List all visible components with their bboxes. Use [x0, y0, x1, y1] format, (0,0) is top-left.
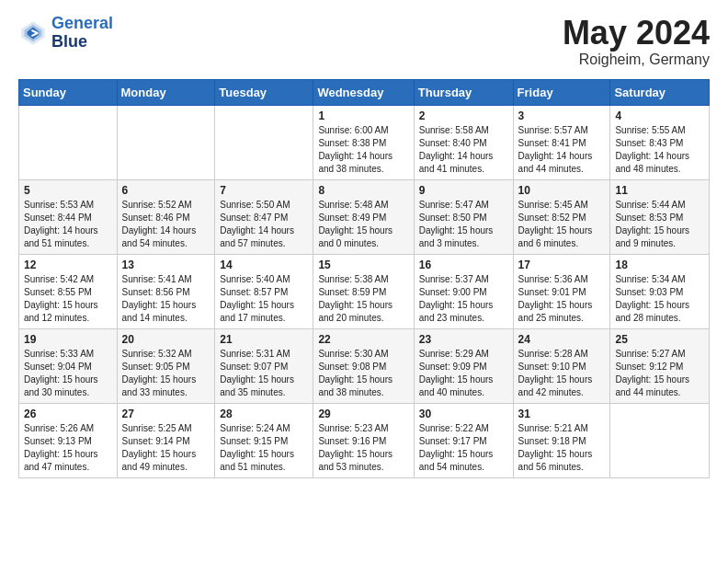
day-info: Sunrise: 5:34 AM Sunset: 9:03 PM Dayligh… — [615, 273, 704, 325]
col-tuesday: Tuesday — [215, 79, 313, 105]
calendar-cell: 5Sunrise: 5:53 AM Sunset: 8:44 PM Daylig… — [19, 179, 118, 254]
col-monday: Monday — [117, 79, 215, 105]
day-number: 29 — [318, 408, 408, 420]
calendar-cell: 13Sunrise: 5:41 AM Sunset: 8:56 PM Dayli… — [117, 254, 215, 328]
calendar-week-row: 1Sunrise: 6:00 AM Sunset: 8:38 PM Daylig… — [19, 105, 710, 179]
logo-text: General Blue — [51, 15, 113, 52]
page: General Blue May 2024 Roigheim, Germany … — [0, 0, 728, 497]
calendar-cell — [610, 403, 710, 477]
day-number: 13 — [122, 259, 210, 271]
day-info: Sunrise: 5:45 AM Sunset: 8:52 PM Dayligh… — [518, 199, 606, 250]
day-info: Sunrise: 5:41 AM Sunset: 8:56 PM Dayligh… — [122, 273, 210, 325]
calendar-cell: 8Sunrise: 5:48 AM Sunset: 8:49 PM Daylig… — [313, 179, 414, 254]
col-wednesday: Wednesday — [313, 79, 414, 105]
calendar-cell: 22Sunrise: 5:30 AM Sunset: 9:08 PM Dayli… — [313, 328, 414, 403]
calendar-cell: 4Sunrise: 5:55 AM Sunset: 8:43 PM Daylig… — [610, 105, 710, 179]
day-number: 28 — [220, 408, 308, 420]
day-number: 20 — [122, 333, 210, 346]
day-info: Sunrise: 5:42 AM Sunset: 8:55 PM Dayligh… — [24, 273, 112, 325]
day-number: 1 — [318, 109, 408, 122]
header: General Blue May 2024 Roigheim, Germany — [18, 15, 710, 68]
day-info: Sunrise: 5:36 AM Sunset: 9:01 PM Dayligh… — [518, 273, 606, 325]
day-number: 19 — [24, 333, 112, 346]
calendar-cell: 30Sunrise: 5:22 AM Sunset: 9:17 PM Dayli… — [414, 403, 513, 477]
day-info: Sunrise: 5:47 AM Sunset: 8:50 PM Dayligh… — [419, 199, 508, 250]
day-number: 2 — [419, 109, 508, 122]
calendar-cell: 19Sunrise: 5:33 AM Sunset: 9:04 PM Dayli… — [19, 328, 118, 403]
calendar-cell: 17Sunrise: 5:36 AM Sunset: 9:01 PM Dayli… — [513, 254, 610, 328]
day-number: 4 — [615, 109, 704, 122]
day-number: 12 — [24, 259, 112, 271]
day-info: Sunrise: 5:21 AM Sunset: 9:18 PM Dayligh… — [518, 422, 606, 474]
calendar-cell: 9Sunrise: 5:47 AM Sunset: 8:50 PM Daylig… — [414, 179, 513, 254]
day-info: Sunrise: 5:28 AM Sunset: 9:10 PM Dayligh… — [518, 348, 606, 399]
day-number: 9 — [419, 184, 508, 197]
calendar-cell: 20Sunrise: 5:32 AM Sunset: 9:05 PM Dayli… — [117, 328, 215, 403]
day-number: 26 — [24, 408, 112, 420]
day-number: 23 — [419, 333, 508, 346]
day-info: Sunrise: 5:50 AM Sunset: 8:47 PM Dayligh… — [220, 199, 308, 250]
day-info: Sunrise: 5:26 AM Sunset: 9:13 PM Dayligh… — [24, 422, 112, 474]
location-label: Roigheim, Germany — [563, 52, 710, 68]
calendar-cell — [19, 105, 118, 179]
day-info: Sunrise: 5:27 AM Sunset: 9:12 PM Dayligh… — [615, 348, 704, 399]
day-number: 5 — [24, 184, 112, 197]
calendar-cell: 29Sunrise: 5:23 AM Sunset: 9:16 PM Dayli… — [313, 403, 414, 477]
calendar-cell: 16Sunrise: 5:37 AM Sunset: 9:00 PM Dayli… — [414, 254, 513, 328]
day-info: Sunrise: 5:23 AM Sunset: 9:16 PM Dayligh… — [318, 422, 408, 474]
logo: General Blue — [18, 15, 113, 52]
calendar-week-row: 12Sunrise: 5:42 AM Sunset: 8:55 PM Dayli… — [19, 254, 710, 328]
day-info: Sunrise: 5:33 AM Sunset: 9:04 PM Dayligh… — [24, 348, 112, 399]
calendar-cell: 27Sunrise: 5:25 AM Sunset: 9:14 PM Dayli… — [117, 403, 215, 477]
calendar-header-row: Sunday Monday Tuesday Wednesday Thursday… — [19, 79, 710, 105]
calendar-cell: 10Sunrise: 5:45 AM Sunset: 8:52 PM Dayli… — [513, 179, 610, 254]
day-info: Sunrise: 5:32 AM Sunset: 9:05 PM Dayligh… — [122, 348, 210, 399]
day-info: Sunrise: 5:48 AM Sunset: 8:49 PM Dayligh… — [318, 199, 408, 250]
day-info: Sunrise: 5:37 AM Sunset: 9:00 PM Dayligh… — [419, 273, 508, 325]
day-number: 17 — [518, 259, 606, 271]
col-sunday: Sunday — [19, 79, 118, 105]
day-number: 24 — [518, 333, 606, 346]
calendar-cell: 25Sunrise: 5:27 AM Sunset: 9:12 PM Dayli… — [610, 328, 710, 403]
logo-icon — [18, 18, 48, 48]
day-info: Sunrise: 5:55 AM Sunset: 8:43 PM Dayligh… — [615, 124, 704, 176]
day-number: 3 — [518, 109, 606, 122]
day-info: Sunrise: 5:25 AM Sunset: 9:14 PM Dayligh… — [122, 422, 210, 474]
calendar-cell: 15Sunrise: 5:38 AM Sunset: 8:59 PM Dayli… — [313, 254, 414, 328]
day-info: Sunrise: 5:38 AM Sunset: 8:59 PM Dayligh… — [318, 273, 408, 325]
calendar-cell: 28Sunrise: 5:24 AM Sunset: 9:15 PM Dayli… — [215, 403, 313, 477]
day-info: Sunrise: 6:00 AM Sunset: 8:38 PM Dayligh… — [318, 124, 408, 176]
day-info: Sunrise: 5:30 AM Sunset: 9:08 PM Dayligh… — [318, 348, 408, 399]
calendar-cell: 7Sunrise: 5:50 AM Sunset: 8:47 PM Daylig… — [215, 179, 313, 254]
day-number: 22 — [318, 333, 408, 346]
day-number: 21 — [220, 333, 308, 346]
day-number: 8 — [318, 184, 408, 197]
col-saturday: Saturday — [610, 79, 710, 105]
day-info: Sunrise: 5:44 AM Sunset: 8:53 PM Dayligh… — [615, 199, 704, 250]
day-number: 15 — [318, 259, 408, 271]
day-number: 7 — [220, 184, 308, 197]
col-friday: Friday — [513, 79, 610, 105]
day-info: Sunrise: 5:58 AM Sunset: 8:40 PM Dayligh… — [419, 124, 508, 176]
calendar-week-row: 26Sunrise: 5:26 AM Sunset: 9:13 PM Dayli… — [19, 403, 710, 477]
day-info: Sunrise: 5:29 AM Sunset: 9:09 PM Dayligh… — [419, 348, 508, 399]
calendar-cell: 1Sunrise: 6:00 AM Sunset: 8:38 PM Daylig… — [313, 105, 414, 179]
day-number: 31 — [518, 408, 606, 420]
day-number: 6 — [122, 184, 210, 197]
calendar-cell: 24Sunrise: 5:28 AM Sunset: 9:10 PM Dayli… — [513, 328, 610, 403]
day-number: 25 — [615, 333, 704, 346]
day-info: Sunrise: 5:31 AM Sunset: 9:07 PM Dayligh… — [220, 348, 308, 399]
calendar-cell: 21Sunrise: 5:31 AM Sunset: 9:07 PM Dayli… — [215, 328, 313, 403]
day-info: Sunrise: 5:57 AM Sunset: 8:41 PM Dayligh… — [518, 124, 606, 176]
calendar-week-row: 19Sunrise: 5:33 AM Sunset: 9:04 PM Dayli… — [19, 328, 710, 403]
calendar-cell: 23Sunrise: 5:29 AM Sunset: 9:09 PM Dayli… — [414, 328, 513, 403]
month-year-title: May 2024 — [563, 15, 710, 52]
day-number: 30 — [419, 408, 508, 420]
calendar-cell: 11Sunrise: 5:44 AM Sunset: 8:53 PM Dayli… — [610, 179, 710, 254]
calendar-cell: 6Sunrise: 5:52 AM Sunset: 8:46 PM Daylig… — [117, 179, 215, 254]
day-number: 14 — [220, 259, 308, 271]
day-info: Sunrise: 5:40 AM Sunset: 8:57 PM Dayligh… — [220, 273, 308, 325]
day-info: Sunrise: 5:53 AM Sunset: 8:44 PM Dayligh… — [24, 199, 112, 250]
calendar-table: Sunday Monday Tuesday Wednesday Thursday… — [18, 79, 710, 478]
calendar-cell: 14Sunrise: 5:40 AM Sunset: 8:57 PM Dayli… — [215, 254, 313, 328]
